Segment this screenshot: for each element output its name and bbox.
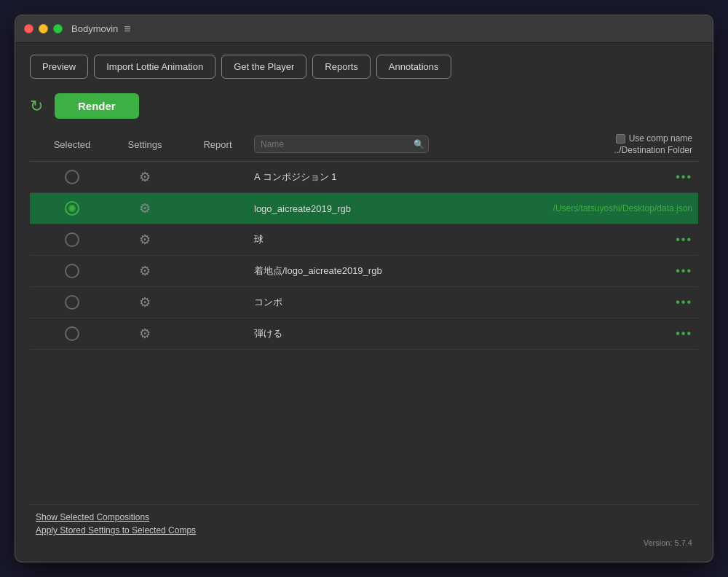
select-radio[interactable] — [65, 232, 79, 247]
table-row: ⚙ A コンポジション 1 ••• — [30, 162, 698, 193]
search-icon: 🔍 — [414, 139, 424, 149]
select-radio[interactable] — [65, 264, 79, 278]
footer: Show Selected Compositions Apply Stored … — [30, 504, 698, 550]
header-report: Report — [181, 139, 254, 150]
show-selected-link[interactable]: Show Selected Compositions — [36, 512, 692, 522]
render-button[interactable]: Render — [55, 93, 139, 119]
dots-menu[interactable]: ••• — [676, 233, 692, 246]
table-header: Selected Settings Report 🔍 Use comp name… — [30, 133, 698, 162]
main-content: Preview Import Lottie Animation Get the … — [15, 43, 713, 562]
select-radio[interactable] — [65, 170, 79, 184]
menu-icon[interactable]: ≡ — [124, 23, 130, 36]
main-window: Bodymovin ≡ Preview Import Lottie Animat… — [15, 15, 713, 562]
composition-name: logo_aicreate2019_rgb — [254, 203, 553, 214]
settings-cell: ⚙ — [108, 263, 181, 279]
dots-menu[interactable]: ••• — [676, 327, 692, 340]
use-comp-name-label: Use comp name — [629, 133, 692, 144]
use-comp-name-area: Use comp name ../Destination Folder — [614, 133, 692, 155]
close-button[interactable] — [24, 24, 33, 34]
composition-name: 球 — [254, 233, 676, 246]
select-radio[interactable] — [65, 201, 79, 216]
search-input[interactable] — [254, 136, 429, 153]
dots-menu[interactable]: ••• — [676, 170, 692, 184]
dots-menu[interactable]: ••• — [676, 264, 692, 278]
traffic-lights — [24, 24, 63, 34]
get-player-button[interactable]: Get the Player — [221, 55, 306, 79]
header-name: 🔍 — [254, 136, 606, 153]
header-selected: Selected — [36, 139, 108, 150]
version-row: Version: 5.7.4 — [36, 538, 692, 547]
version-label: Version: 5.7.4 — [644, 538, 692, 547]
radio-cell — [36, 264, 108, 278]
table-row: ⚙ logo_aicreate2019_rgb /Users/tatsuyosh… — [30, 193, 698, 224]
settings-cell: ⚙ — [108, 294, 181, 310]
apply-settings-link[interactable]: Apply Stored Settings to Selected Comps — [36, 525, 692, 535]
gear-icon[interactable]: ⚙ — [139, 295, 151, 310]
gear-icon[interactable]: ⚙ — [139, 326, 151, 341]
search-wrap: 🔍 — [254, 136, 429, 153]
title-bar: Bodymovin ≡ — [15, 15, 713, 43]
radio-cell — [36, 170, 108, 184]
select-radio[interactable] — [65, 295, 79, 310]
dest-folder-label: ../Destination Folder — [614, 145, 692, 155]
preview-button[interactable]: Preview — [30, 55, 88, 79]
toolbar: Preview Import Lottie Animation Get the … — [30, 55, 698, 79]
settings-cell: ⚙ — [108, 232, 181, 248]
header-settings: Settings — [108, 139, 181, 150]
import-lottie-button[interactable]: Import Lottie Animation — [94, 55, 215, 79]
radio-cell — [36, 326, 108, 341]
destination-path: /Users/tatsuyoshi/Desktop/data.json — [553, 203, 692, 213]
minimize-button[interactable] — [39, 24, 48, 34]
gear-icon[interactable]: ⚙ — [139, 264, 151, 278]
settings-cell: ⚙ — [108, 200, 181, 216]
table-row: ⚙ 弾ける ••• — [30, 318, 698, 350]
table-row: ⚙ コンポ ••• — [30, 287, 698, 318]
settings-cell: ⚙ — [108, 169, 181, 185]
radio-cell — [36, 201, 108, 216]
use-comp-name-row: Use comp name — [616, 133, 692, 144]
use-comp-name-checkbox[interactable] — [616, 134, 625, 144]
dots-menu[interactable]: ••• — [676, 296, 692, 309]
reports-button[interactable]: Reports — [312, 55, 371, 79]
maximize-button[interactable] — [53, 24, 63, 34]
composition-name: A コンポジション 1 — [254, 170, 676, 184]
settings-cell: ⚙ — [108, 326, 181, 342]
gear-icon[interactable]: ⚙ — [139, 232, 151, 247]
render-row: ↻ Render — [30, 93, 698, 119]
composition-name: コンポ — [254, 296, 676, 309]
gear-icon[interactable]: ⚙ — [139, 201, 151, 216]
refresh-icon[interactable]: ↻ — [30, 97, 43, 116]
composition-name: 着地点/logo_aicreate2019_rgb — [254, 264, 676, 278]
radio-cell — [36, 295, 108, 310]
gear-icon[interactable]: ⚙ — [139, 170, 151, 184]
radio-cell — [36, 232, 108, 247]
annotations-button[interactable]: Annotations — [376, 55, 451, 79]
select-radio[interactable] — [65, 326, 79, 341]
app-title: Bodymovin — [71, 23, 118, 34]
composition-name: 弾ける — [254, 327, 676, 340]
table-body: ⚙ A コンポジション 1 ••• ⚙ logo_aicreate2019_rg… — [30, 162, 698, 504]
table-row: ⚙ 着地点/logo_aicreate2019_rgb ••• — [30, 256, 698, 287]
table-row: ⚙ 球 ••• — [30, 224, 698, 256]
